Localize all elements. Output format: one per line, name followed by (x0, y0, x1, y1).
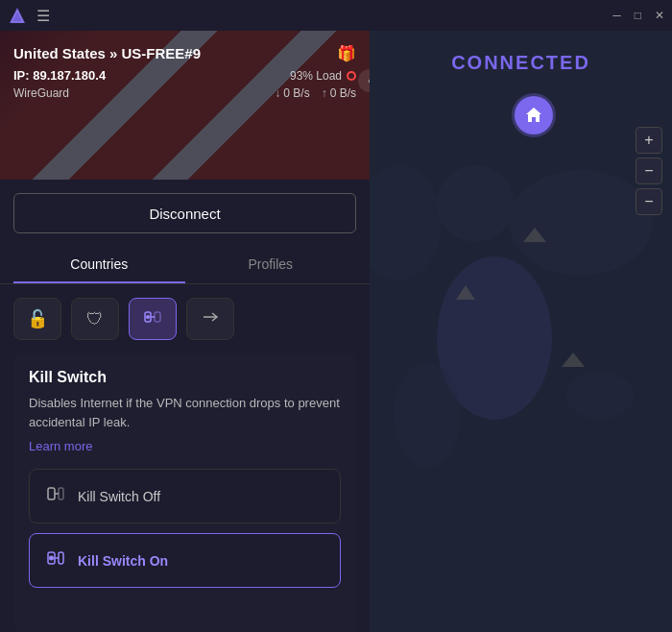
download-arrow-icon: ↓ (275, 86, 280, 100)
filter-row: 🔓 🛡 (0, 284, 370, 353)
killswitch-title: Kill Switch (29, 369, 341, 386)
svg-point-16 (509, 170, 653, 276)
tab-profiles[interactable]: Profiles (185, 247, 357, 283)
tab-countries[interactable]: Countries (13, 247, 185, 283)
killswitch-description: Disables Internet if the VPN connection … (29, 394, 341, 431)
header-content: United States » US-FREE#9 🎁 IP: 89.187.1… (0, 31, 370, 100)
upload-arrow-icon: ↑ (322, 86, 327, 100)
zoom-minus-label: − (644, 162, 653, 180)
svg-point-18 (566, 372, 634, 420)
tabs-section: Countries Profiles (0, 247, 370, 284)
home-location-pin (515, 96, 553, 134)
svg-point-11 (49, 556, 54, 561)
filter-lock-button[interactable]: 🔓 (13, 298, 61, 340)
connected-status: CONNECTED (451, 52, 590, 74)
shield-icon: 🛡 (86, 309, 104, 329)
map-zoom-controls: + − − (636, 127, 662, 215)
lock-icon: 🔓 (27, 308, 48, 329)
svg-marker-22 (562, 352, 585, 367)
connection-header: United States » US-FREE#9 🎁 IP: 89.187.1… (0, 31, 370, 180)
disconnect-button[interactable]: Disconnect (13, 193, 356, 233)
killswitch-off-option[interactable]: Kill Switch Off (29, 469, 341, 523)
killswitch-off-label: Kill Switch Off (78, 489, 160, 504)
switch-off-icon (45, 483, 66, 509)
filter-shield-button[interactable]: 🛡 (71, 298, 119, 340)
learn-more-link[interactable]: Learn more (29, 439, 92, 453)
killswitch-card: Kill Switch Disables Internet if the VPN… (13, 353, 356, 632)
menu-icon[interactable]: ☰ (36, 7, 50, 25)
window-controls: ─ □ ✕ (612, 10, 664, 21)
zoom-minus-label-2: − (644, 193, 653, 210)
server-name: United States » US-FREE#9 (13, 45, 201, 61)
svg-point-19 (370, 165, 442, 280)
filter-split-button[interactable] (186, 298, 234, 340)
svg-rect-9 (59, 488, 63, 499)
split-tunnel-icon (200, 306, 221, 332)
header-row-protocol: WireGuard ↓ 0 B/s ↑ 0 B/s (13, 86, 356, 100)
svg-point-17 (394, 362, 461, 468)
killswitch-on-label: Kill Switch On (78, 553, 168, 569)
gift-icon[interactable]: 🎁 (337, 44, 356, 62)
ip-address: IP: 89.187.180.4 (13, 68, 106, 83)
filter-killswitch-button[interactable] (129, 298, 177, 340)
speed-info: ↓ 0 B/s ↑ 0 B/s (275, 86, 356, 100)
svg-marker-0 (10, 8, 25, 23)
maximize-button[interactable]: □ (635, 10, 641, 21)
switch-on-icon (45, 547, 66, 573)
load-info: 93% Load (290, 69, 356, 83)
minimize-button[interactable]: ─ (612, 10, 621, 21)
killswitch-on-option[interactable]: Kill Switch On (29, 533, 341, 588)
svg-rect-13 (59, 552, 63, 564)
protocol-label: WireGuard (13, 86, 69, 100)
download-speed: ↓ 0 B/s (275, 86, 309, 100)
disconnect-section: Disconnect (0, 180, 370, 247)
map-panel: CONNECTED + − − (370, 31, 672, 632)
app-logo-icon (8, 6, 27, 25)
header-row-ip: IP: 89.187.180.4 93% Load (13, 68, 356, 83)
load-indicator (347, 71, 356, 81)
killswitch-filter-icon (142, 306, 163, 332)
download-value: 0 B/s (283, 86, 309, 100)
left-panel: United States » US-FREE#9 🎁 IP: 89.187.1… (0, 31, 370, 632)
zoom-in-button[interactable]: + (636, 127, 662, 154)
header-row-server: United States » US-FREE#9 🎁 (13, 44, 356, 62)
upload-speed: ↑ 0 B/s (322, 86, 356, 100)
load-label: 93% Load (290, 69, 342, 83)
zoom-out-button[interactable]: − (636, 158, 662, 184)
title-bar: ☰ ─ □ ✕ (0, 0, 672, 31)
svg-point-15 (437, 165, 514, 242)
svg-point-5 (146, 315, 150, 319)
zoom-out-button-2[interactable]: − (636, 188, 662, 215)
title-bar-left: ☰ (8, 6, 50, 25)
svg-rect-7 (48, 488, 55, 499)
upload-value: 0 B/s (330, 86, 356, 100)
header-action-icons: 🎁 (337, 44, 356, 62)
svg-rect-3 (155, 312, 160, 322)
close-button[interactable]: ✕ (655, 10, 664, 21)
